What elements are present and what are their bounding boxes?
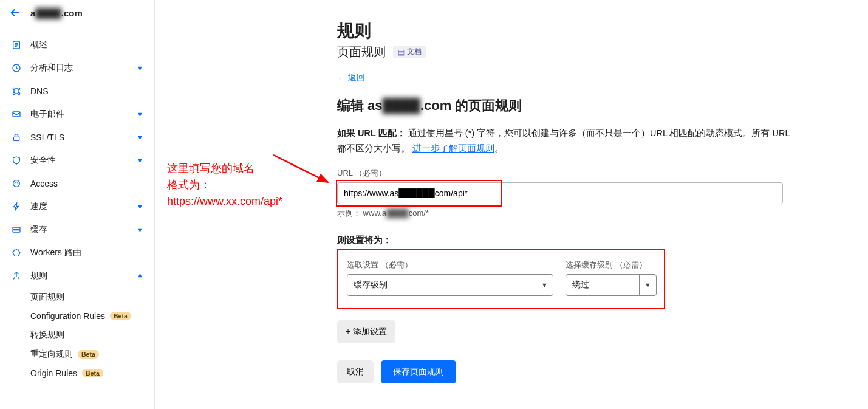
main-content: 这里填写您的域名 格式为： https://www.xx.com/api* 规则… — [155, 0, 868, 409]
select-value: 缓存级别 — [347, 280, 536, 290]
back-arrow-icon[interactable] — [9, 6, 22, 19]
sidebar-item-analytics[interactable]: 分析和日志 ▼ — [0, 57, 154, 80]
sidebar-item-label: DNS — [30, 86, 143, 96]
domain-title: a████.com — [30, 8, 83, 18]
chevron-down-icon: ▼ — [137, 226, 143, 233]
page-subtitle-row: 页面规则 ▤ 文档 — [337, 44, 793, 60]
then-heading: 则设置将为： — [337, 235, 793, 246]
sidebar-item-label: Access — [30, 179, 143, 188]
analytics-icon — [11, 63, 22, 74]
cancel-button[interactable]: 取消 — [337, 360, 374, 383]
chevron-down-icon: ▼ — [137, 64, 143, 72]
cache-level-label: 选择缓存级别 （必需） — [566, 259, 657, 270]
page-subtitle: 页面规则 — [337, 44, 386, 60]
edit-heading: 编辑 as████.com 的页面规则 — [337, 97, 793, 115]
annotation-line: 格式为： — [167, 177, 282, 193]
annotation-text: 这里填写您的域名 格式为： https://www.xx.com/api* — [167, 160, 282, 210]
sidebar-item-label: 规则 — [30, 270, 128, 281]
svg-point-11 — [13, 180, 20, 187]
sidebar-item-label: Workers 路由 — [30, 247, 143, 258]
arrow-left-small-icon: ← — [337, 73, 346, 83]
chevron-down-icon: ▼ — [137, 134, 143, 141]
annotation-line: 这里填写您的域名 — [167, 160, 282, 177]
chevron-down-icon: ▼ — [137, 203, 143, 210]
select-value: 绕过 — [566, 280, 639, 290]
sub-transform-rules[interactable]: 转换规则 — [30, 325, 154, 345]
beta-badge: Beta — [82, 369, 103, 377]
overview-icon — [11, 40, 22, 50]
docs-link[interactable]: ▤ 文档 — [393, 46, 426, 58]
svg-point-8 — [18, 92, 19, 94]
sidebar-item-label: 速度 — [30, 201, 128, 212]
sidebar-item-email[interactable]: 电子邮件 ▼ — [0, 103, 154, 126]
svg-rect-13 — [13, 230, 20, 232]
sub-label: 转换规则 — [30, 329, 64, 340]
bolt-icon — [11, 201, 22, 212]
rules-submenu: 页面规则 Configuration RulesBeta 转换规则 重定向规则B… — [0, 287, 154, 382]
cache-level-select[interactable]: 绕过 ▼ — [566, 274, 657, 296]
sidebar-item-ssl[interactable]: SSL/TLS ▼ — [0, 126, 154, 149]
sidebar-item-label: 安全性 — [30, 155, 128, 166]
rules-icon — [11, 270, 22, 281]
url-input-wrap — [337, 182, 793, 204]
chevron-up-icon: ▼ — [137, 272, 143, 280]
sidebar-item-label: 缓存 — [30, 224, 128, 235]
svg-point-6 — [18, 88, 19, 89]
beta-badge: Beta — [78, 350, 99, 359]
back-link[interactable]: ← 返回 — [337, 72, 365, 83]
sub-label: 页面规则 — [30, 292, 64, 303]
url-field-label: URL （必需） — [337, 168, 793, 179]
chevron-down-icon: ▼ — [137, 111, 143, 118]
setting-select[interactable]: 缓存级别 ▼ — [347, 274, 553, 296]
sidebar-item-cache[interactable]: 缓存 ▼ — [0, 218, 154, 241]
page-title: 规则 — [337, 19, 793, 43]
sub-label: 重定向规则 — [30, 349, 73, 360]
sub-config-rules[interactable]: Configuration RulesBeta — [30, 307, 154, 325]
add-setting-button[interactable]: + 添加设置 — [337, 320, 395, 343]
save-button[interactable]: 保存页面规则 — [381, 360, 456, 383]
match-label: 如果 URL 匹配： — [337, 128, 406, 138]
sub-redirect-rules[interactable]: 重定向规则Beta — [30, 345, 154, 364]
sidebar-nav: 概述 分析和日志 ▼ DNS 电子邮件 ▼ SSL/TLS ▼ 安全性 ▼ — [0, 27, 154, 382]
sidebar-item-rules[interactable]: 规则 ▼ — [0, 264, 154, 287]
sidebar-item-overview[interactable]: 概述 — [0, 33, 154, 57]
sidebar-item-dns[interactable]: DNS — [0, 80, 154, 103]
doc-icon: ▤ — [398, 48, 405, 57]
workers-icon — [11, 247, 22, 258]
sidebar-header: a████.com — [0, 0, 154, 27]
cache-icon — [11, 224, 22, 235]
chevron-down-icon: ▼ — [137, 157, 143, 164]
sub-label: Origin Rules — [30, 368, 77, 378]
annotation-line: https://www.xx.com/api* — [167, 193, 282, 210]
shield-icon — [11, 155, 22, 166]
cache-level-col: 选择缓存级别 （必需） 绕过 ▼ — [566, 259, 657, 296]
sidebar: a████.com 概述 分析和日志 ▼ DNS 电子邮件 ▼ SSL/TLS … — [0, 0, 155, 409]
sidebar-item-label: 概述 — [30, 40, 143, 50]
svg-point-5 — [13, 88, 15, 89]
setting-select-col: 选取设置 （必需） 缓存级别 ▼ — [347, 259, 553, 296]
learn-more-link[interactable]: 进一步了解页面规则 — [412, 143, 494, 153]
sub-label: Configuration Rules — [30, 311, 105, 321]
sidebar-item-label: 电子邮件 — [30, 109, 128, 120]
svg-line-14 — [273, 155, 328, 182]
sidebar-item-workers[interactable]: Workers 路由 — [0, 241, 154, 264]
sidebar-item-access[interactable]: Access — [0, 172, 154, 195]
beta-badge: Beta — [110, 312, 131, 320]
lock-icon — [11, 132, 22, 143]
url-example: 示例： www.a████com/* — [337, 208, 793, 219]
sub-page-rules[interactable]: 页面规则 — [30, 287, 154, 307]
sidebar-item-label: SSL/TLS — [30, 132, 128, 142]
docs-label: 文档 — [407, 47, 422, 57]
settings-row: 选取设置 （必需） 缓存级别 ▼ 选择缓存级别 （必需） 绕过 ▼ — [337, 249, 665, 309]
back-label: 返回 — [348, 72, 365, 83]
sidebar-item-speed[interactable]: 速度 ▼ — [0, 195, 154, 218]
svg-rect-10 — [13, 137, 19, 140]
svg-rect-12 — [13, 227, 20, 229]
dns-icon — [11, 86, 22, 97]
access-icon — [11, 178, 22, 189]
url-input[interactable] — [337, 182, 783, 204]
sub-origin-rules[interactable]: Origin RulesBeta — [30, 364, 154, 382]
setting-select-label: 选取设置 （必需） — [347, 259, 553, 270]
sidebar-item-security[interactable]: 安全性 ▼ — [0, 149, 154, 172]
sidebar-item-label: 分析和日志 — [30, 63, 128, 74]
